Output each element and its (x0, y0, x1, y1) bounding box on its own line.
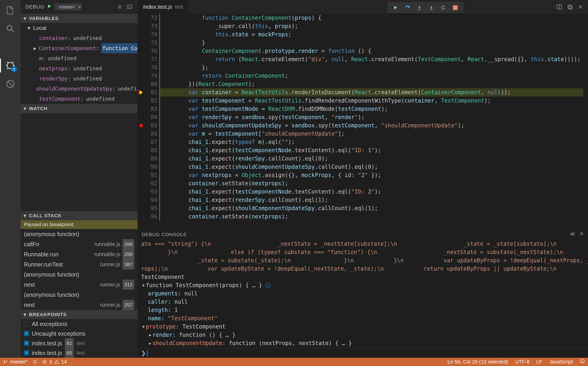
code-line[interactable]: var m = testComponent["shouldComponentUp… (159, 130, 583, 138)
code-line[interactable]: return ContainerComponent; (159, 72, 583, 80)
code-line[interactable]: } (159, 39, 583, 47)
section-callstack-header[interactable]: ▾ CALL STACK (21, 211, 137, 220)
console-object-row[interactable]: ▸shouldComponentUpdate: function (nextPr… (141, 339, 584, 347)
variable-name: nextprops: (39, 63, 71, 74)
code-line[interactable]: var testComponentNode = ReactDOM.findDOM… (159, 105, 583, 113)
step-out-icon[interactable] (428, 4, 435, 11)
repl-input[interactable]: ❯ (137, 348, 588, 358)
code-line[interactable]: chai_1.expect(testComponentNode.textCont… (159, 146, 583, 154)
language-mode[interactable]: JavaScript (549, 359, 573, 365)
svg-point-15 (581, 360, 582, 361)
extensions-icon[interactable] (5, 78, 16, 90)
debug-icon[interactable]: 7 (5, 60, 16, 71)
stack-frame[interactable]: (anonymous function) (21, 269, 137, 280)
close-panel-icon[interactable] (579, 231, 584, 238)
eol[interactable]: LF (536, 359, 542, 365)
console-icon[interactable] (126, 3, 133, 10)
checkbox[interactable] (24, 350, 29, 355)
variable-row[interactable]: m: undefined (21, 53, 137, 63)
cursor-position[interactable]: Ln 56, Col 26 (13 selected) (448, 359, 508, 365)
continue-icon[interactable] (392, 4, 399, 11)
code-line[interactable]: this.state = mockProps; (159, 30, 583, 39)
stack-frame[interactable]: Runnable.runrunnable.js259 (21, 249, 137, 259)
code-line[interactable]: })(React.Component); (159, 80, 583, 88)
chevron-down-icon: ▾ (28, 23, 31, 33)
code-content[interactable]: function ContainerComponent(props) { _su… (159, 14, 583, 229)
code-line[interactable]: ContainerComponent.prototype.render = fu… (159, 47, 583, 55)
code-line[interactable]: return (React.createElement("div", null,… (159, 55, 583, 63)
console-object-row[interactable]: ▸render: function () { … } (141, 331, 584, 339)
section-watch-header[interactable]: ▾ WATCH (21, 104, 137, 113)
variable-row[interactable]: shouldComponentUpdateSpy: undefi… (21, 84, 137, 94)
code-line[interactable]: var testComponent = ReactTestUtils.findR… (159, 97, 583, 105)
stop-icon[interactable] (452, 4, 459, 11)
minimap[interactable] (583, 14, 588, 229)
search-icon[interactable] (5, 23, 16, 34)
section-variables-header[interactable]: ▾ VARIABLES (21, 14, 137, 23)
code-line[interactable]: container.setState(nextprops); (159, 213, 583, 221)
sync-icon[interactable] (33, 359, 37, 364)
bp-all-exceptions[interactable]: All exceptions (21, 319, 137, 329)
checkbox[interactable] (24, 331, 29, 336)
breakpoint-row[interactable]: index.test.js85test (21, 348, 137, 358)
code-line[interactable]: chai_1.expect(shouldComponentUpdateSpy.c… (159, 163, 583, 171)
variable-row[interactable]: ▸ContainerComponent: function Con… (21, 43, 137, 53)
code-line[interactable]: container.setState(nextprops); (159, 179, 583, 188)
close-icon[interactable] (577, 3, 584, 10)
section-variables-label: VARIABLES (29, 16, 59, 21)
section-breakpoints-header[interactable]: ▾ BREAKPOINTS (21, 310, 137, 319)
code-line[interactable]: var renderSpy = sandbox.spy(testComponen… (159, 113, 583, 121)
code-line[interactable]: chai_1.expect(renderSpy.callCount).eql(1… (159, 196, 583, 204)
console-object-row[interactable]: ▾prototype: TestComponent (141, 322, 584, 331)
info-icon[interactable]: ⓘ (265, 282, 271, 289)
variable-name: m: (39, 53, 46, 63)
glyph-margin[interactable] (137, 14, 145, 229)
variable-value: undefined (73, 63, 102, 74)
step-into-icon[interactable] (416, 4, 423, 11)
code-line[interactable]: chai_1.expect(renderSpy.callCount).eql(0… (159, 154, 583, 163)
code-line[interactable]: var nextprops = Object.assign({}, mockPr… (159, 171, 583, 179)
code-line[interactable]: chai_1.expect(typeof m).eql(""); (159, 138, 583, 146)
code-line[interactable]: function ContainerComponent(props) { (159, 14, 583, 22)
stack-frame[interactable]: nextrunner.js257 (21, 300, 137, 310)
stack-frame[interactable]: nextrunner.js312 (21, 280, 137, 290)
stack-frame[interactable]: (anonymous function) (21, 229, 137, 239)
code-line[interactable]: var container = ReactTestUtils.renderInt… (159, 88, 583, 97)
feedback-icon[interactable] (580, 359, 585, 365)
stack-frame[interactable]: callFnrunnable.js266 (21, 239, 137, 249)
problems[interactable]: 3 14 (42, 359, 67, 365)
checkbox[interactable] (24, 341, 29, 346)
variable-row[interactable]: testComponent: undefined (21, 94, 137, 104)
tab-index-test[interactable]: index.test.js test (137, 0, 189, 14)
explorer-icon[interactable] (5, 5, 16, 16)
code-line[interactable]: chai_1.expect(testComponentNode.textCont… (159, 188, 583, 196)
variable-row[interactable]: nextprops: undefined (21, 63, 137, 74)
code-line[interactable]: var shouldComponentUpdateSpy = sandbox.s… (159, 121, 583, 130)
code-line[interactable]: chai_1.expect(shouldComponentUpdateSpy.c… (159, 204, 583, 213)
gear-icon[interactable] (116, 3, 123, 10)
svg-rect-9 (569, 6, 572, 9)
code-line[interactable]: _super.call(this, props); (159, 22, 583, 30)
variable-row[interactable]: container: undefined (21, 33, 137, 43)
console-output[interactable]: ate === "string") {\n _nextState = _next… (137, 240, 588, 348)
restart-icon[interactable] (440, 4, 447, 11)
clear-console-icon[interactable] (570, 231, 575, 238)
step-over-icon[interactable] (404, 4, 411, 11)
code-line[interactable]: }; (159, 63, 583, 72)
git-branch[interactable]: master* (3, 359, 28, 365)
split-editor-icon[interactable] (556, 3, 563, 10)
code-editor[interactable]: 7273747576777879808182838485868788899091… (137, 14, 588, 229)
source-control-icon[interactable] (5, 41, 16, 53)
checkbox[interactable] (24, 321, 29, 327)
bp-uncaught-exceptions[interactable]: Uncaught exceptions (21, 329, 137, 338)
breakpoint-row[interactable]: index.test.js81test (21, 338, 137, 348)
scope-local[interactable]: ▾ Local (21, 23, 137, 33)
debug-config-select[interactable]: <none> (54, 3, 82, 10)
stack-frame[interactable]: Runner.runTestrunner.js387 (21, 259, 137, 269)
variable-row[interactable]: renderSpy: undefined (21, 74, 137, 84)
show-opened-icon[interactable] (566, 3, 573, 10)
start-debug-icon[interactable] (47, 4, 52, 10)
stack-frame[interactable]: (anonymous function) (21, 290, 137, 300)
console-object-row[interactable]: ▾function TestComponent(props) { … } ⓘ (141, 281, 584, 290)
encoding[interactable]: UTF-8 (515, 359, 529, 365)
